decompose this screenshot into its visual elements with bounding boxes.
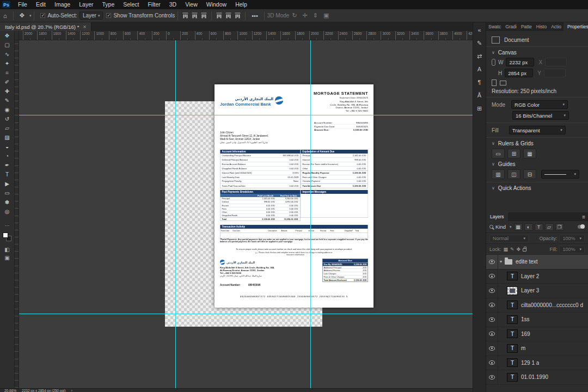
panel-menu-icon[interactable]: ≡ <box>579 214 588 220</box>
status-chevron-icon[interactable]: › <box>71 389 72 392</box>
fill-field[interactable]: 100%▾ <box>559 246 585 253</box>
horizontal-guide[interactable] <box>19 115 473 115</box>
brushes-panel-icon[interactable]: ✎ <box>477 36 482 50</box>
orbit-3d-icon[interactable]: ↻ <box>289 12 299 19</box>
foreground-color-swatch[interactable] <box>3 232 8 238</box>
healing-brush-tool[interactable]: ✚ <box>0 87 15 96</box>
filter-type-layers-icon[interactable]: T <box>535 223 543 231</box>
lasso-tool[interactable]: ∿ <box>0 50 15 59</box>
pan-3d-icon[interactable]: ✛ <box>300 12 310 19</box>
menu-item[interactable]: File <box>14 0 32 9</box>
lock-all-icon[interactable] <box>523 248 526 252</box>
layer-row[interactable]: ▾ edite text <box>486 255 588 270</box>
lock-transparency-icon[interactable]: ▦ <box>504 247 509 252</box>
filter-shape-layers-icon[interactable]: ▱ <box>545 223 554 231</box>
document-tab[interactable]: Italy id.psd @ 20.7% (RGB/16) * × <box>0 22 91 31</box>
type-tool[interactable]: T <box>0 170 15 179</box>
portrait-orientation-icon[interactable] <box>492 79 497 86</box>
clone-source-panel-icon[interactable]: ⇄ <box>477 50 482 63</box>
canvas-height-field[interactable]: 2854 px <box>505 69 533 77</box>
close-icon[interactable]: × <box>83 24 86 30</box>
lock-pixels-icon[interactable]: ✎ <box>510 247 514 252</box>
vertical-guide[interactable] <box>175 40 176 388</box>
gradient-tool[interactable]: ▨ <box>0 133 15 142</box>
quick-actions-section-header[interactable]: Quick Actions <box>492 185 583 191</box>
visibility-toggle[interactable] <box>486 327 498 341</box>
menu-item[interactable]: Help <box>231 0 252 9</box>
collapse-panels-icon[interactable]: « <box>477 23 481 36</box>
landscape-orientation-icon[interactable] <box>500 81 506 85</box>
move-tool-preset-icon[interactable]: ✥ <box>16 12 28 19</box>
link-dimensions-icon[interactable] <box>492 59 495 66</box>
menu-item[interactable]: 3D <box>165 0 181 9</box>
shape-tool[interactable]: ▭ <box>0 188 15 198</box>
rulers-toggle-icon[interactable]: ▭ <box>492 149 505 158</box>
menu-item[interactable]: Type <box>97 0 119 9</box>
glyphs-panel-icon[interactable]: Å <box>477 89 481 102</box>
filter-adjustment-layers-icon[interactable]: ◐ <box>524 223 533 231</box>
screen-mode-icon[interactable]: ▣ <box>4 254 9 262</box>
horizontal-guide[interactable] <box>19 314 473 314</box>
layer-row[interactable]: ▾ 01.01.1990 <box>486 370 588 385</box>
color-swatches[interactable] <box>3 232 11 241</box>
align-middle-icon[interactable] <box>226 13 231 19</box>
more-options-icon[interactable]: ••• <box>248 13 261 19</box>
menu-item[interactable]: Filter <box>143 0 164 9</box>
rulers-grids-section-header[interactable]: Rulers & Grids <box>492 140 583 146</box>
canvas-section-header[interactable]: Canvas <box>492 50 583 56</box>
zoom-tool[interactable]: ◎ <box>0 207 15 216</box>
blur-tool[interactable]: ◒ <box>0 142 15 151</box>
brush-tool[interactable]: ✎ <box>0 96 15 105</box>
lock-position-icon[interactable]: ✥ <box>517 247 521 252</box>
panel-tab[interactable]: Histo <box>534 22 549 31</box>
pen-tool[interactable]: ✒ <box>0 161 15 170</box>
layer-row[interactable]: ▾ m <box>486 341 588 356</box>
lock-guides-icon[interactable]: ◫ <box>507 169 520 179</box>
align-top-icon[interactable] <box>217 13 222 19</box>
quick-selection-tool[interactable]: ✦ <box>0 59 15 68</box>
menu-item[interactable]: Layer <box>75 0 97 9</box>
path-selection-tool[interactable]: ▶ <box>0 179 15 188</box>
bit-depth-select[interactable]: 16 Bits/Channel▾ <box>512 111 569 120</box>
horizontal-ruler[interactable]: 2000180016001400120010008006004002000200… <box>19 31 473 40</box>
group-chevron-icon[interactable]: ▾ <box>500 259 502 264</box>
visibility-toggle[interactable] <box>486 370 498 384</box>
visibility-toggle[interactable] <box>486 356 498 370</box>
filter-smart-objects-icon[interactable]: ❐ <box>555 223 564 231</box>
guide-style-select[interactable]: ▾ <box>541 170 579 179</box>
panel-tab[interactable]: Actio <box>549 22 564 31</box>
clone-stamp-tool[interactable]: ◉ <box>0 105 15 114</box>
menu-item[interactable]: View <box>181 0 202 9</box>
marquee-tool[interactable]: ▢ <box>0 40 15 50</box>
menu-item[interactable]: Window <box>202 0 231 9</box>
canvas-area[interactable]: MORTGAGE STATEMENT Statement Date: 09/04… <box>19 40 473 388</box>
guides-toggle-icon[interactable]: ▥ <box>492 169 505 179</box>
align-right-icon[interactable] <box>201 13 207 19</box>
kind-filter-select[interactable]: Kind <box>495 224 506 230</box>
menu-item[interactable]: Select <box>119 0 143 9</box>
edit-toolbar-icon[interactable]: … <box>5 222 10 227</box>
zoom-level[interactable]: 20.66% <box>4 389 16 392</box>
align-center-icon[interactable] <box>192 13 198 19</box>
grid-toggle-icon[interactable]: ⊞ <box>507 149 520 158</box>
visibility-toggle[interactable] <box>486 255 498 269</box>
guides-section-header[interactable]: Guides <box>492 161 583 167</box>
layer-row[interactable]: ▾ cilta0000000...ccccccc0 d <box>486 298 588 313</box>
tab-properties[interactable]: Properties <box>564 22 588 31</box>
opacity-field[interactable]: 100%▾ <box>559 235 585 242</box>
character-panel-icon[interactable]: A <box>477 63 481 76</box>
pixel-grid-icon[interactable]: ▦ <box>523 149 536 158</box>
align-bottom-icon[interactable] <box>235 13 241 19</box>
filter-toggle[interactable] <box>578 225 585 229</box>
visibility-toggle[interactable] <box>486 298 498 313</box>
move-tool[interactable]: ✥ <box>0 31 15 40</box>
show-transform-checkbox[interactable]: ✓ <box>106 13 111 18</box>
panel-tab[interactable]: Gradi <box>503 22 519 31</box>
quick-mask-icon[interactable]: ◧ <box>4 246 9 254</box>
layer-row[interactable]: ▾ 169 <box>486 327 588 342</box>
menu-item[interactable]: Edit <box>32 0 50 9</box>
paragraph-panel-icon[interactable]: ¶ <box>478 76 481 89</box>
dolly-3d-icon[interactable]: ⇕ <box>310 12 321 19</box>
canvas-width-field[interactable]: 2232 px <box>506 58 534 66</box>
layer-row[interactable]: ▾ Layer 3 <box>486 284 588 298</box>
